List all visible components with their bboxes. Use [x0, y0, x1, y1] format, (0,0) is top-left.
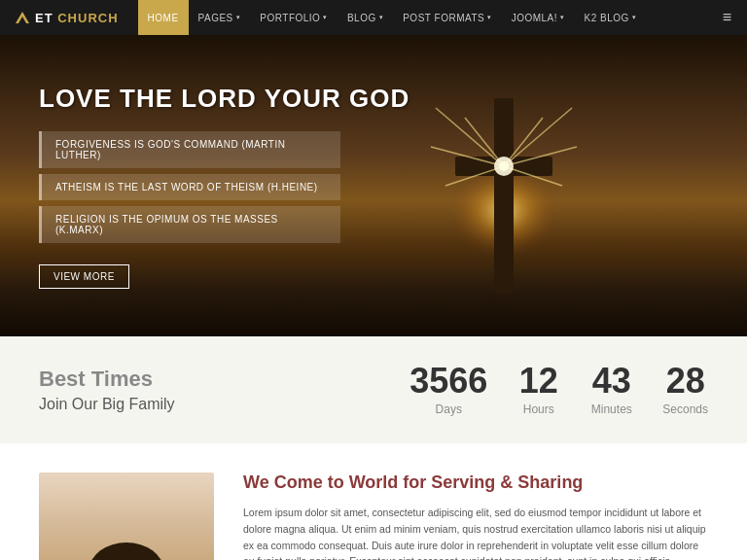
hero-section: LOVE THE LORD YOUR GOD FORGIVENESS IS GO…	[0, 35, 747, 336]
hero-quote-3: RELIGION IS THE OPIMUM OS THE MASSES (K.…	[39, 206, 340, 243]
nav-item-pages[interactable]: PAGES ▾	[189, 0, 251, 35]
chevron-down-icon: ▾	[323, 14, 328, 21]
chevron-down-icon: ▾	[632, 14, 637, 21]
about-paragraph-1: Lorem ipsum dolor sit amet, consectetur …	[243, 505, 708, 560]
logo-icon	[16, 12, 29, 23]
days-value: 3566	[409, 364, 487, 399]
navigation: ET CHURCH HOME PAGES ▾ PORTFOLIO ▾ BLOG …	[0, 0, 747, 35]
about-content: We Come to World for Serving & Sharing L…	[243, 472, 708, 560]
hero-content: LOVE THE LORD YOUR GOD FORGIVENESS IS GO…	[39, 84, 708, 289]
countdown-minutes: 43 Minutes	[589, 364, 633, 416]
nav-item-home[interactable]: HOME	[138, 0, 189, 35]
hero-quote-2: ATHEISM IS THE LAST WORD OF THEISM (H.He…	[39, 174, 340, 200]
countdown-section: Best Times Join Our Big Family 3566 Days…	[0, 336, 747, 443]
hero-quote-1: FORGIVENESS IS GOD'S COMMAND (Martin Lut…	[39, 131, 340, 168]
hero-title: LOVE THE LORD YOUR GOD	[39, 84, 708, 114]
nav-item-blog[interactable]: BLOG ▾	[338, 0, 393, 35]
seconds-value: 28	[662, 364, 708, 399]
about-title: We Come to World for Serving & Sharing	[243, 472, 708, 493]
logo-text: ET CHURCH	[35, 11, 119, 25]
svg-point-15	[89, 542, 163, 560]
hours-label: Hours	[516, 402, 560, 416]
chevron-down-icon: ▾	[487, 14, 492, 21]
countdown-days: 3566 Days	[409, 364, 487, 416]
site-logo[interactable]: ET CHURCH	[16, 11, 119, 25]
seconds-label: Seconds	[662, 402, 708, 416]
minutes-label: Minutes	[589, 402, 633, 416]
countdown-numbers: 3566 Days 12 Hours 43 Minutes 28 Seconds	[409, 364, 708, 416]
chevron-down-icon: ▾	[379, 14, 384, 21]
nav-item-joomla[interactable]: JOOMLA! ▾	[502, 0, 575, 35]
countdown-seconds: 28 Seconds	[662, 364, 708, 416]
chevron-down-icon: ▾	[560, 14, 565, 21]
nav-item-post-formats[interactable]: POST FORMATS ▾	[393, 0, 501, 35]
days-label: Days	[409, 402, 487, 416]
about-section: We Come to World for Serving & Sharing L…	[0, 443, 747, 560]
hours-value: 12	[516, 364, 560, 399]
view-more-button[interactable]: View More	[39, 264, 129, 289]
nav-items: HOME PAGES ▾ PORTFOLIO ▾ BLOG ▾ POST FOR…	[138, 0, 647, 35]
person-icon	[58, 492, 195, 560]
nav-item-k2blog[interactable]: K2 BLOG ▾	[575, 0, 647, 35]
countdown-subheading: Join Our Big Family	[39, 396, 175, 413]
nav-item-portfolio[interactable]: PORTFOLIO ▾	[250, 0, 338, 35]
countdown-heading: Best Times	[39, 367, 175, 392]
about-image	[39, 472, 214, 560]
hamburger-menu[interactable]: ≡	[723, 9, 731, 26]
minutes-value: 43	[589, 364, 633, 399]
countdown-hours: 12 Hours	[516, 364, 560, 416]
countdown-left: Best Times Join Our Big Family	[39, 367, 175, 413]
chevron-down-icon: ▾	[236, 14, 241, 21]
